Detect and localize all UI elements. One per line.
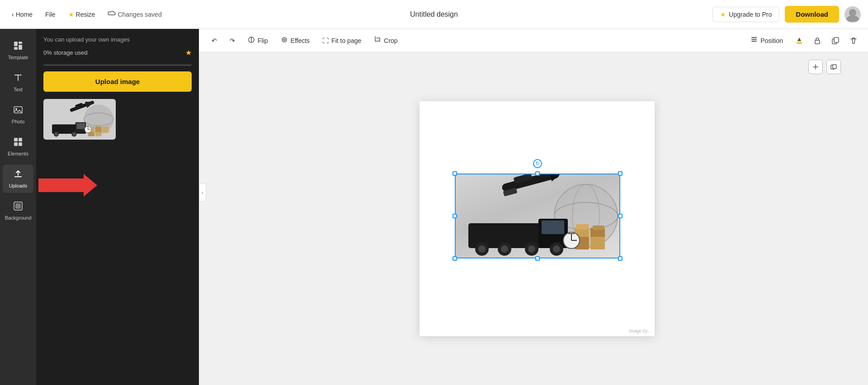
svg-rect-31 xyxy=(76,123,85,129)
text-label: Text xyxy=(14,87,23,92)
svg-rect-7 xyxy=(751,37,757,38)
download-button[interactable]: Download xyxy=(785,6,839,23)
changes-saved-label: Changes saved xyxy=(118,11,161,18)
svg-rect-69 xyxy=(576,224,589,230)
lock-button[interactable] xyxy=(810,33,825,48)
header-center: Untitled design xyxy=(292,10,576,19)
redo-button[interactable]: ↷ xyxy=(224,34,241,47)
download-label: Download xyxy=(796,10,828,18)
svg-rect-20 xyxy=(14,142,18,146)
svg-rect-23 xyxy=(15,203,21,209)
add-page-button[interactable] xyxy=(808,60,823,74)
handle-bottom-right[interactable] xyxy=(618,256,623,261)
svg-point-64 xyxy=(553,245,560,253)
redo-icon: ↷ xyxy=(230,37,235,44)
avatar[interactable] xyxy=(844,6,861,23)
layers-icon xyxy=(750,36,758,45)
duplicate-button[interactable] xyxy=(828,33,843,48)
crop-button[interactable]: Crop xyxy=(368,33,403,47)
effects-label: Effects xyxy=(291,37,310,44)
svg-rect-45 xyxy=(833,65,836,69)
uploads-hint: You can upload your own images xyxy=(43,36,192,43)
svg-rect-11 xyxy=(834,38,839,42)
sidebar-item-text[interactable]: Text xyxy=(3,68,33,97)
crown-icon-upgrade: ★ xyxy=(720,11,726,18)
storage-label: 0% storage used xyxy=(43,49,88,56)
svg-rect-70 xyxy=(593,225,604,230)
delete-button[interactable] xyxy=(846,33,861,48)
svg-point-33 xyxy=(55,133,58,136)
background-label: Background xyxy=(5,215,32,221)
svg-point-4 xyxy=(283,39,285,41)
position-button[interactable]: Position xyxy=(745,33,788,47)
storage-bar xyxy=(43,64,192,66)
flip-label: Flip xyxy=(258,37,268,44)
svg-rect-19 xyxy=(19,138,22,141)
toolbar-right: Position xyxy=(745,33,861,48)
upgrade-button[interactable]: ★ Upgrade to Pro xyxy=(712,7,779,22)
selected-image[interactable]: ↻ xyxy=(455,174,620,258)
svg-rect-56 xyxy=(542,221,564,234)
svg-rect-8 xyxy=(797,42,802,44)
handle-middle-left[interactable] xyxy=(453,214,457,218)
rotate-handle[interactable]: ↻ xyxy=(533,159,542,168)
flip-icon xyxy=(248,36,255,45)
storage-row: 0% storage used ★ xyxy=(43,48,192,57)
uploads-label: Uploads xyxy=(9,183,27,188)
home-button[interactable]: ‹ Home xyxy=(7,8,37,21)
svg-point-62 xyxy=(528,245,535,253)
sidebar-item-background[interactable]: Background xyxy=(3,197,33,225)
uploads-panel: You can upload your own images 0% storag… xyxy=(36,29,199,385)
flip-button[interactable]: Flip xyxy=(242,33,274,47)
svg-rect-21 xyxy=(19,142,22,146)
svg-rect-38 xyxy=(103,127,109,133)
svg-rect-5 xyxy=(751,39,757,40)
logistics-image xyxy=(455,174,620,258)
design-canvas[interactable]: ↻ image by... xyxy=(420,101,655,336)
uploaded-thumbnail[interactable] xyxy=(43,99,116,140)
template-label: Template xyxy=(8,55,28,60)
svg-rect-18 xyxy=(14,138,18,141)
secondary-toolbar: ↶ ↷ Flip Effects ⛶ Fit to page xyxy=(199,29,868,52)
effects-button[interactable]: Effects xyxy=(275,33,316,47)
fill-color-button[interactable] xyxy=(792,33,807,48)
design-title[interactable]: Untitled design xyxy=(410,10,458,18)
sidebar-item-template[interactable]: Template xyxy=(3,36,33,65)
canvas-area: ↻ image by... xyxy=(206,52,868,385)
handle-top-left[interactable] xyxy=(453,171,457,176)
handle-bottom-left[interactable] xyxy=(453,256,457,261)
sidebar-item-photo[interactable]: Photo xyxy=(3,100,33,129)
template-icon xyxy=(13,41,23,53)
svg-point-35 xyxy=(73,133,75,136)
storage-crown-icon: ★ xyxy=(185,48,192,57)
changes-saved-button[interactable]: Changes saved xyxy=(103,8,166,21)
crown-icon: ★ xyxy=(68,11,74,18)
undo-button[interactable]: ↶ xyxy=(206,34,222,47)
sidebar-item-elements[interactable]: Elements xyxy=(3,132,33,161)
handle-top-right[interactable] xyxy=(618,171,623,176)
handle-top-middle[interactable] xyxy=(535,171,540,176)
svg-point-3 xyxy=(282,38,287,42)
handle-bottom-middle[interactable] xyxy=(535,256,540,261)
file-button[interactable]: File xyxy=(41,8,60,21)
background-icon xyxy=(13,201,23,213)
sidebar-item-uploads[interactable]: Uploads xyxy=(3,164,33,193)
fit-to-page-button[interactable]: ⛶ Fit to page xyxy=(317,34,367,47)
header: ‹ Home File ★ Resize Changes saved Untit… xyxy=(0,0,868,29)
svg-rect-14 xyxy=(19,45,22,50)
svg-rect-12 xyxy=(14,42,18,46)
uploads-icon xyxy=(13,169,23,181)
chevron-left-icon: ‹ xyxy=(202,190,203,195)
svg-point-58 xyxy=(478,245,486,253)
svg-point-0 xyxy=(849,9,856,16)
resize-button[interactable]: ★ Resize xyxy=(64,8,100,21)
upload-image-button[interactable]: Upload image xyxy=(43,71,192,92)
collapse-panel-button[interactable]: ‹ xyxy=(199,183,206,202)
upgrade-label: Upgrade to Pro xyxy=(729,11,772,18)
handle-middle-right[interactable] xyxy=(618,214,623,218)
svg-rect-37 xyxy=(95,127,102,133)
photo-icon xyxy=(13,105,23,117)
duplicate-page-button[interactable] xyxy=(826,60,841,74)
fit-to-page-label: Fit to page xyxy=(331,37,361,44)
undo-icon: ↶ xyxy=(212,37,217,44)
